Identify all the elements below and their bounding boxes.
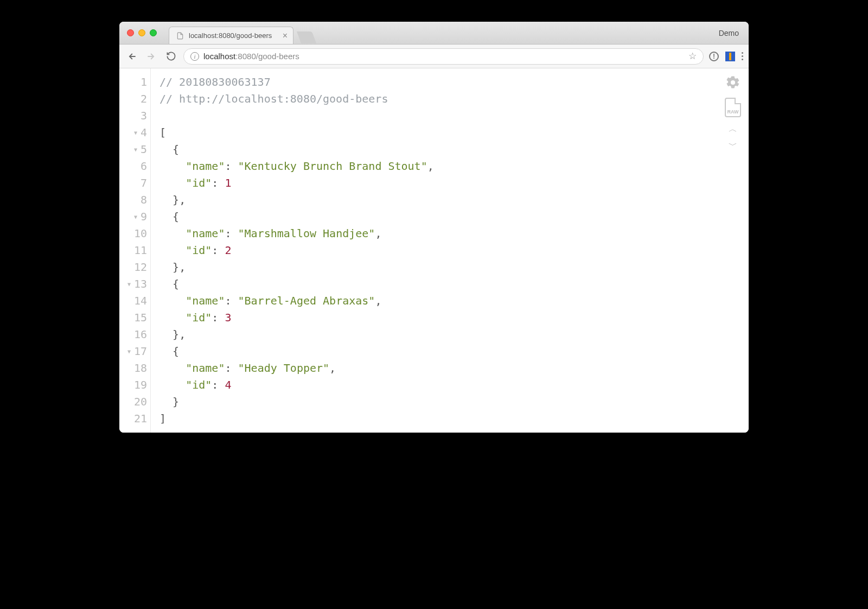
traffic-lights [119,29,157,36]
gear-icon[interactable] [725,75,741,90]
browser-window: localhost:8080/good-beers × Demo i local… [119,22,749,433]
maximize-window-button[interactable] [150,29,157,36]
line-number: 13 [134,276,147,293]
line-number: 6 [141,158,147,175]
gutter-line: 7 [119,175,147,192]
address-bar[interactable]: i localhost:8080/good-beers ☆ [183,48,704,65]
line-gutter: 123▼4▼5678▼9101112▼13141516▼1718192021 [119,68,151,433]
gutter-line: 11 [119,242,147,259]
profile-label[interactable]: Demo [719,29,739,37]
json-viewer-controls: RAW ︿ ﹀ [725,75,741,150]
line-number: 2 [141,91,147,107]
back-button[interactable] [125,49,139,64]
address-text: localhost:8080/good-beers [203,52,299,61]
gutter-line: ▼9 [119,208,147,225]
gutter-line: ▼13 [119,276,147,293]
line-number: 8 [141,192,147,208]
gutter-line: 18 [119,360,147,377]
gutter-line: 21 [119,410,147,427]
gutter-line: 15 [119,309,147,326]
line-number: 1 [141,74,147,91]
gutter-line: ▼5 [119,141,147,158]
site-info-icon[interactable]: i [190,52,199,61]
bookmark-star-icon[interactable]: ☆ [688,50,697,62]
line-number: 10 [134,225,147,242]
tab-strip: localhost:8080/good-beers × [169,22,314,44]
gutter-line: 16 [119,326,147,343]
line-number: 20 [134,394,147,410]
chevron-down-icon[interactable]: ﹀ [729,141,737,150]
gutter-line: 2 [119,91,147,107]
line-number: 5 [141,141,147,158]
menu-button[interactable] [742,52,743,60]
minimize-window-button[interactable] [138,29,145,36]
gutter-line: ▼4 [119,124,147,141]
toolbar: i localhost:8080/good-beers ☆ ! [119,45,749,68]
toolbar-right: ! [709,52,743,61]
gutter-line: 12 [119,259,147,276]
line-number: 14 [134,293,147,309]
line-number: 11 [134,242,147,259]
fold-toggle-icon[interactable]: ▼ [134,141,137,158]
line-number: 17 [134,343,147,360]
close-tab-icon[interactable]: × [283,31,288,40]
line-number: 16 [134,326,147,343]
line-number: 4 [141,124,147,141]
fold-toggle-icon[interactable]: ▼ [127,343,131,360]
tab-title: localhost:8080/good-beers [189,31,272,40]
gutter-line: 1 [119,74,147,91]
file-icon [176,31,184,40]
gutter-line: 20 [119,394,147,410]
line-number: 21 [134,410,147,427]
gutter-line: 3 [119,107,147,124]
close-window-button[interactable] [127,29,134,36]
titlebar: localhost:8080/good-beers × Demo [119,22,749,45]
gutter-line: 10 [119,225,147,242]
extension-icon[interactable] [725,52,735,61]
line-number: 19 [134,377,147,394]
fold-toggle-icon[interactable]: ▼ [127,276,131,293]
gutter-line: 6 [119,158,147,175]
line-number: 12 [134,259,147,276]
browser-tab[interactable]: localhost:8080/good-beers × [169,27,293,44]
line-number: 9 [141,208,147,225]
line-number: 15 [134,309,147,326]
gutter-line: 14 [119,293,147,309]
gutter-line: 19 [119,377,147,394]
alert-icon[interactable]: ! [709,52,719,61]
gutter-line: ▼17 [119,343,147,360]
fold-toggle-icon[interactable]: ▼ [134,208,137,225]
line-number: 3 [141,107,147,124]
raw-button[interactable]: RAW [725,98,741,117]
code-view: // 20180830063137 // http://localhost:80… [151,68,749,433]
new-tab-button[interactable] [297,31,316,43]
line-number: 18 [134,360,147,377]
forward-button[interactable] [144,49,158,64]
chevron-up-icon[interactable]: ︿ [729,125,737,134]
content-area: 123▼4▼5678▼9101112▼13141516▼1718192021 /… [119,68,749,433]
fold-toggle-icon[interactable]: ▼ [134,124,137,141]
line-number: 7 [141,175,147,192]
gutter-line: 8 [119,192,147,208]
reload-button[interactable] [164,49,178,64]
